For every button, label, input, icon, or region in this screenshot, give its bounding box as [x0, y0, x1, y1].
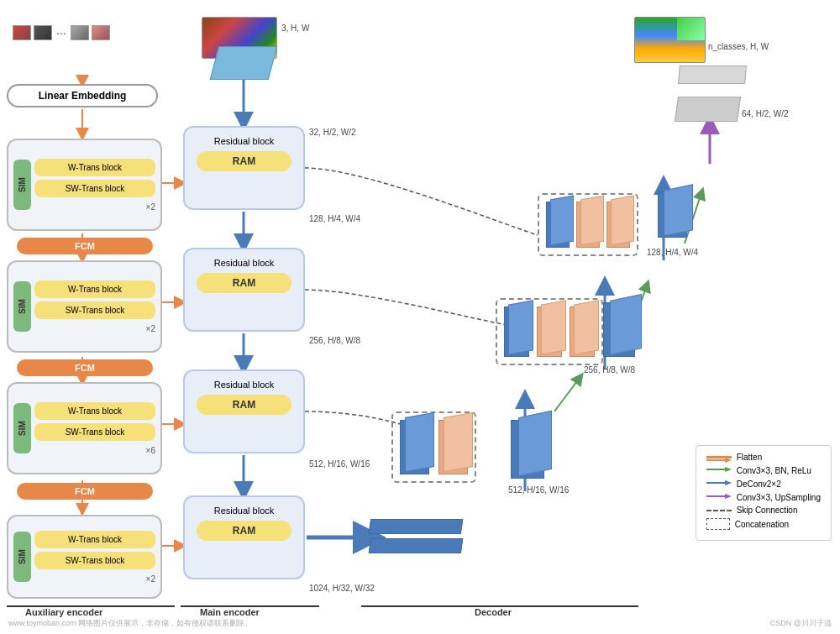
sim3: SIM — [13, 403, 31, 453]
ram3: RAM — [197, 395, 291, 415]
decoder-stage1-group — [538, 193, 638, 256]
dec3-result — [511, 420, 544, 479]
fcm3: FCM — [17, 483, 153, 500]
sw-trans-block-3: SW-Trans block — [34, 423, 155, 441]
w-trans-block-4: W-Trans block — [34, 531, 155, 548]
svg-line-19 — [554, 378, 580, 411]
legend-upsample-label: Conv3×3, UpSampling — [737, 493, 821, 502]
legend: Flatten Conv3×3, BN, ReLu DeConv2×2 Conv… — [696, 445, 832, 541]
legend-skip-line — [706, 510, 732, 511]
output-dim-label: n_classes, H, W — [708, 42, 769, 51]
times-2: ×2 — [34, 324, 155, 333]
legend-upsample-line — [706, 492, 732, 502]
rb3-label: Residual block — [214, 380, 275, 390]
dim-label-2: 256, H/8, W/8 — [309, 336, 360, 345]
residual-block-3: Residual block RAM — [183, 369, 305, 453]
linear-embedding-label: Linear Embedding — [39, 90, 127, 102]
dim-label-4: 1024, H/32, W/32 — [309, 584, 375, 593]
input-plane — [210, 46, 278, 80]
dec1-result — [658, 191, 687, 238]
legend-flatten: Flatten — [706, 453, 821, 462]
legend-deconv-line — [706, 479, 732, 489]
svg-marker-23 — [725, 458, 732, 463]
decoder-bottom-label: Decoder — [475, 607, 512, 617]
rb2-label: Residual block — [214, 258, 275, 268]
output-image — [634, 17, 706, 63]
legend-skip-label: Skip Connection — [737, 506, 798, 515]
times-1: ×2 — [34, 202, 155, 212]
output-plane-gray — [675, 97, 741, 122]
aux-bottom-label: Auxiliary encoder — [25, 607, 102, 617]
dec-dim-4: 512, H/16, W/16 — [508, 485, 569, 495]
dim-label-0: 32, H/2, W/2 — [309, 128, 356, 137]
sim4: SIM — [13, 532, 31, 582]
rb4-label: Residual block — [214, 506, 275, 516]
legend-concat-rect — [706, 518, 730, 530]
trans-blocks-4: W-Trans block SW-Trans block ×2 — [34, 531, 155, 584]
legend-deconv: DeConv2×2 — [706, 479, 821, 489]
fcm2: FCM — [17, 359, 153, 376]
sim1: SIM — [13, 160, 31, 210]
residual-block-4: Residual block RAM — [183, 495, 305, 579]
thumb1 — [13, 25, 31, 40]
thumb2 — [34, 25, 52, 40]
legend-conv-line — [706, 465, 732, 475]
fcm1: FCM — [17, 238, 153, 254]
svg-marker-29 — [725, 494, 732, 499]
sim2: SIM — [13, 281, 31, 332]
watermark2: CSDN @川川子溢 — [770, 618, 832, 629]
legend-conv: Conv3×3, BN, ReLu — [706, 465, 821, 475]
thumb4 — [92, 25, 110, 40]
legend-flatten-line — [706, 456, 732, 458]
decoder-stage2-group — [496, 298, 603, 365]
dec4-block1 — [369, 519, 464, 534]
thumb3 — [71, 25, 89, 40]
w-trans-block-2: W-Trans block — [34, 280, 155, 298]
legend-upsample: Conv3×3, UpSampling — [706, 492, 821, 502]
times-3: ×6 — [34, 446, 155, 455]
rb1-label: Residual block — [214, 136, 275, 146]
diagram-container: 3, H, W ··· Linear Embedding SIM W-Trans… — [0, 0, 840, 634]
dec4-block2 — [369, 538, 464, 553]
stage3-box: SIM W-Trans block SW-Trans block ×6 — [7, 382, 162, 474]
legend-skip: Skip Connection — [706, 506, 821, 515]
ram4: RAM — [197, 521, 291, 541]
stage1-box: SIM W-Trans block SW-Trans block ×2 — [7, 139, 162, 231]
linear-embedding: Linear Embedding — [7, 84, 158, 107]
legend-deconv-label: DeConv2×2 — [737, 479, 781, 489]
residual-block-2: Residual block RAM — [183, 248, 305, 332]
watermark: www.toymoban.com 网络图片仅供展示，非存储，如有侵权请联系删除。 — [8, 618, 252, 629]
sw-trans-block-2: SW-Trans block — [34, 301, 155, 319]
sw-trans-block-1: SW-Trans block — [34, 180, 155, 197]
main-bottom-label: Main encoder — [200, 607, 260, 617]
decoder-stage4 — [370, 519, 462, 553]
ram1: RAM — [197, 151, 291, 171]
dots: ··· — [55, 26, 68, 39]
image-strip: ··· — [13, 25, 110, 40]
trans-blocks-2: W-Trans block SW-Trans block ×2 — [34, 280, 155, 333]
stage2-box: SIM W-Trans block SW-Trans block ×2 — [7, 260, 162, 353]
ram2: RAM — [197, 273, 291, 293]
dec-dim-1: 64, H/2, W/2 — [742, 109, 789, 118]
decoder-stage3-group — [391, 411, 476, 483]
dim-label-1: 128, H/4, W/4 — [309, 214, 360, 223]
output-flat-plane — [678, 65, 747, 84]
legend-concat: Concatenation — [706, 518, 821, 530]
svg-marker-27 — [725, 480, 732, 485]
w-trans-block-1: W-Trans block — [34, 159, 155, 176]
svg-marker-25 — [725, 467, 732, 472]
times-4: ×2 — [34, 574, 155, 584]
output-image-section — [634, 17, 706, 63]
legend-concat-label: Concatenation — [735, 520, 790, 529]
dim-label-3: 512, H/16, W/16 — [309, 459, 370, 469]
dec-dim-3: 256, H/8, W/8 — [584, 365, 635, 375]
sw-trans-block-4: SW-Trans block — [34, 552, 155, 569]
w-trans-block-3: W-Trans block — [34, 402, 155, 420]
dec2-result — [603, 302, 635, 357]
input-dim-label: 3, H, W — [281, 24, 309, 33]
legend-flatten-label: Flatten — [737, 453, 763, 462]
trans-blocks-3: W-Trans block SW-Trans block ×6 — [34, 402, 155, 455]
residual-block-1: Residual block RAM — [183, 126, 305, 210]
trans-blocks-1: W-Trans block SW-Trans block ×2 — [34, 159, 155, 212]
legend-conv-label: Conv3×3, BN, ReLu — [737, 466, 811, 475]
